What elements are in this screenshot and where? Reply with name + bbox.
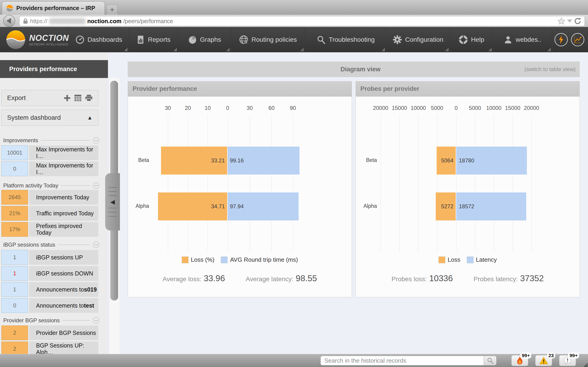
section-title: Platform activity Today	[3, 182, 58, 189]
nav-dropdown-corner-icon	[488, 48, 492, 51]
nav-item-graphs[interactable]: Graphs	[178, 27, 231, 52]
report-icon	[137, 35, 145, 44]
grip-line	[109, 208, 116, 208]
back-arrow-icon	[6, 18, 11, 24]
collapse-section-icon[interactable]	[93, 182, 99, 189]
section-divider	[58, 244, 90, 245]
nav-label: Help	[471, 36, 484, 43]
badge-count: 99+	[520, 352, 531, 359]
warning-icon	[539, 357, 548, 365]
nav-item-reports[interactable]: Reports	[129, 27, 178, 52]
chart-summary: Average loss: 33.96 Average latency: 98.…	[128, 274, 352, 283]
search-button[interactable]	[484, 356, 497, 365]
stat-badge-down: 1	[1, 266, 28, 281]
switch-to-table-view-link[interactable]: (switch to table view)	[524, 66, 580, 73]
favicon-noction	[6, 5, 13, 12]
section-header-ibgp-sessions: iBGP sessions status	[3, 241, 99, 248]
section-title: Improvements	[3, 137, 38, 144]
panel-title: Probes per provider	[356, 81, 579, 97]
collapse-section-icon[interactable]	[93, 242, 99, 248]
stat-badge: 2	[1, 325, 28, 340]
chart-legend: Loss (%) AVG Round trip time (ms)	[128, 256, 352, 263]
url-bar[interactable]: https:// noction.com /peers/performance	[19, 16, 585, 26]
nav-dropdown-corner-icon	[226, 48, 230, 51]
nav-item-troubleshooting[interactable]: Troubleshooting	[305, 27, 386, 52]
life-ring-icon	[459, 35, 468, 44]
warnings-button[interactable]: 23	[535, 355, 552, 366]
stat-badge: 1	[1, 282, 28, 297]
nav-dropdown-corner-icon	[445, 48, 449, 51]
add-icon[interactable]	[64, 94, 70, 101]
bookmark-star-icon[interactable]	[557, 17, 565, 25]
pie-chart-icon	[188, 35, 197, 44]
chart-legend: Loss Latency	[356, 256, 579, 263]
url-domain: noction.com	[87, 18, 121, 25]
stat-badge: 21%	[1, 206, 28, 221]
nav-item-routing-policies[interactable]: Routing policies	[231, 27, 305, 52]
browser-tab[interactable]: Providers performance – IRP	[2, 1, 105, 15]
nav-dropdown-corner-icon	[300, 48, 304, 51]
chart-probes-per-provider: 20000 15000 10000 5000 0 5000 10000 1500…	[356, 97, 579, 297]
stat-label: Announcements to s019	[29, 282, 98, 297]
user-icon	[504, 35, 512, 44]
stat-label: Max Improvements for I…	[29, 161, 98, 176]
nav-label: webdes..	[516, 36, 541, 43]
back-button[interactable]	[3, 15, 15, 27]
new-tab-button[interactable]: +	[107, 5, 118, 15]
nav-item-user-menu[interactable]: webdes..	[493, 27, 552, 52]
section-title: iBGP sessions status	[3, 242, 55, 248]
reload-icon[interactable]	[574, 17, 581, 25]
gridline	[168, 115, 168, 252]
gridline	[437, 115, 437, 252]
sidebar-collapse-handle[interactable]: ◀	[105, 173, 120, 231]
collapse-left-icon: ◀	[110, 199, 115, 205]
alerts-button[interactable]: 99+	[559, 355, 576, 366]
legend-label: Loss (%)	[191, 256, 215, 263]
legend-label: Latency	[476, 256, 497, 263]
print-icon[interactable]	[85, 94, 93, 101]
system-dashboard-button[interactable]: System dashboard ▲	[1, 110, 98, 126]
bar-value-loss: 5064	[441, 157, 453, 164]
collapse-section-icon[interactable]	[93, 317, 99, 324]
legend-item-loss: Loss	[439, 256, 460, 263]
legend-label: AVG Round trip time (ms)	[230, 256, 298, 263]
summary-average-latency: Average latency: 98.55	[246, 274, 317, 283]
noction-logo-icon	[6, 30, 26, 50]
url-redacted-segment	[49, 18, 86, 24]
stat-badge: 0	[1, 161, 28, 176]
bottom-status-bar	[0, 354, 588, 367]
nav-dropdown-corner-icon	[547, 48, 551, 51]
nav-item-configuration[interactable]: Configuration	[386, 27, 450, 52]
gridline	[531, 115, 532, 252]
export-button[interactable]: Export	[1, 90, 98, 106]
section-header-platform-activity: Platform activity Today	[3, 182, 99, 189]
axis-tick: 30	[165, 105, 171, 111]
stat-label: Announcements to test	[29, 298, 98, 313]
bolt-button[interactable]	[554, 33, 568, 46]
brand-name: NOCTION	[29, 33, 69, 43]
stat-badge: 2645	[1, 190, 28, 205]
nav-item-help[interactable]: Help	[450, 27, 493, 52]
collapse-section-icon[interactable]	[93, 137, 99, 144]
gridline	[475, 115, 475, 252]
nav-item-dashboards[interactable]: Dashboards	[69, 27, 129, 52]
mini-chart-icon	[573, 35, 582, 44]
chart-provider-performance: 30 20 10 0 30 60 90 Beta 33.21 99.16 Alp…	[128, 97, 352, 297]
lock-icon	[23, 18, 28, 24]
gridline	[418, 115, 418, 252]
historical-search-input[interactable]	[320, 356, 484, 365]
nav-dropdown-corner-icon	[173, 48, 177, 51]
axis-tick: 60	[268, 105, 275, 111]
url-path: /peers/performance	[123, 18, 173, 25]
url-dropdown-icon[interactable]	[567, 19, 572, 23]
gridline	[228, 115, 228, 252]
stat-label: Improvements Today	[29, 190, 98, 205]
view-title: Diagram view	[128, 66, 524, 73]
bar-value-loss: 33.21	[211, 157, 225, 164]
legend-item-latency: Latency	[467, 256, 497, 263]
noction-logo[interactable]: NOCTION NETWORK INTELLIGENCE	[0, 27, 69, 52]
search-icon	[487, 357, 493, 364]
critical-events-button[interactable]: 99+	[511, 355, 528, 366]
live-graph-button[interactable]	[571, 33, 584, 46]
table-export-icon[interactable]	[74, 94, 82, 101]
